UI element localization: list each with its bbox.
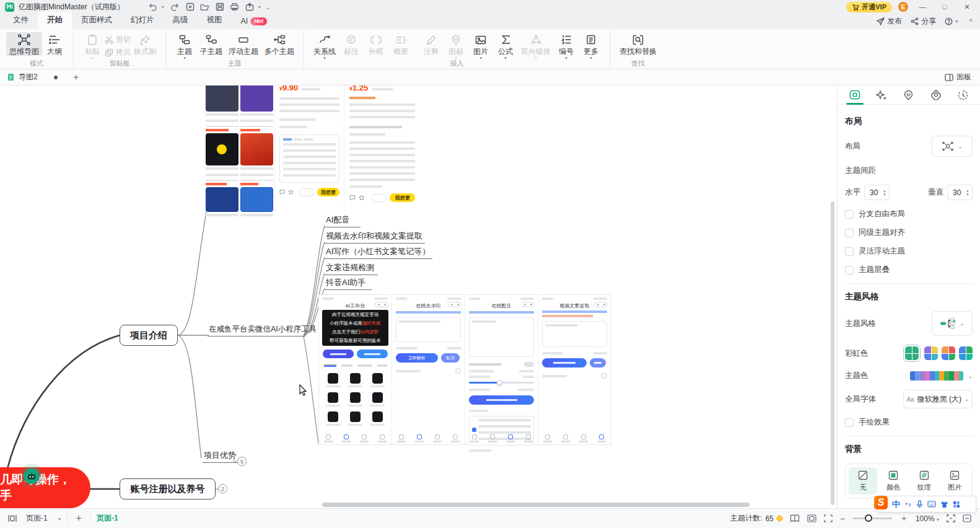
undo-icon[interactable] bbox=[147, 1, 159, 12]
menu-advanced[interactable]: 高级 bbox=[164, 12, 198, 29]
checkbox-topic-overlap[interactable]: 主题层叠 bbox=[845, 265, 973, 275]
subtopic-ai-dubbing[interactable]: AI配音 bbox=[325, 214, 361, 227]
checkbox-align-siblings[interactable]: 同级主题对齐 bbox=[845, 227, 973, 238]
menu-file[interactable]: 文件 bbox=[4, 12, 38, 29]
subtopic-douyin-ai[interactable]: 抖音AI助手 bbox=[325, 277, 372, 290]
help-button[interactable]: ▾ bbox=[945, 17, 960, 25]
multiple-topics-button[interactable]: 多个主题 bbox=[261, 32, 297, 56]
bg-color-option[interactable]: 颜色 bbox=[879, 467, 908, 495]
menu-view[interactable]: 视图 bbox=[198, 12, 232, 29]
save-icon[interactable] bbox=[214, 1, 226, 12]
global-font-dropdown[interactable]: Aa 微软雅黑 (大) ⌄ bbox=[903, 390, 973, 408]
checkbox-flexible-floating[interactable]: 灵活浮动主题 bbox=[845, 246, 973, 257]
zoom-level[interactable]: 100% ▾ bbox=[916, 514, 939, 523]
rainbow-swatch-3[interactable] bbox=[942, 346, 955, 360]
add-page-button[interactable]: ＋ bbox=[74, 512, 84, 525]
tab-history[interactable] bbox=[952, 86, 973, 105]
topic-project-intro[interactable]: 项目介绍 bbox=[120, 325, 178, 346]
ime-mic-icon[interactable] bbox=[916, 500, 923, 508]
close-button[interactable]: ✕ bbox=[959, 1, 975, 12]
bg-texture-option[interactable]: 纹理 bbox=[910, 467, 938, 495]
undo-caret-icon[interactable]: ▾ bbox=[162, 4, 167, 10]
publish-button[interactable]: 发布 bbox=[877, 16, 902, 27]
rainbow-swatch-4[interactable] bbox=[959, 346, 973, 360]
vertical-spacing-stepper[interactable]: 30 ▲▼ bbox=[947, 185, 973, 200]
vertical-scrollbar[interactable] bbox=[831, 201, 834, 505]
mindmap-canvas[interactable]: ¥9.90 我想要 ¥1 bbox=[0, 86, 838, 508]
horizontal-scrollbar[interactable] bbox=[322, 503, 750, 507]
subtopic-watermark[interactable]: 视频去水印和视频文案提取 bbox=[325, 231, 425, 244]
horizontal-spacing-stepper[interactable]: 30 ▲▼ bbox=[864, 185, 890, 200]
floating-topic-button[interactable]: 浮动主题 bbox=[225, 32, 261, 56]
tab-ai-beautify[interactable] bbox=[871, 86, 892, 105]
sogou-logo-icon[interactable]: S bbox=[874, 496, 888, 509]
zoom-slider-knob[interactable] bbox=[865, 514, 872, 522]
tab-marks[interactable] bbox=[898, 86, 919, 105]
central-topic[interactable]: 几即可操作， 手 bbox=[0, 467, 90, 508]
theme-style-dropdown[interactable]: ⌄ bbox=[932, 311, 973, 336]
mindmap-mode-button[interactable]: 思维导图 bbox=[6, 32, 42, 56]
print-icon[interactable] bbox=[229, 1, 241, 12]
maximize-button[interactable]: □ bbox=[937, 1, 953, 12]
ime-language-toggle[interactable]: 中 bbox=[892, 499, 900, 510]
topic-platform[interactable]: 在咸鱼平台卖微信AI小程序工具 bbox=[208, 324, 305, 337]
ai-assistant-button[interactable] bbox=[24, 468, 40, 484]
page-selector[interactable]: 页面-1 ▾ bbox=[26, 513, 61, 524]
subtopic-button[interactable]: 子主题 bbox=[197, 32, 225, 56]
zoom-out-button[interactable]: − bbox=[840, 514, 845, 524]
menu-slides[interactable]: 幻灯片 bbox=[121, 12, 164, 29]
topic-account[interactable]: 账号注册以及养号 bbox=[120, 478, 216, 499]
redo-icon[interactable] bbox=[169, 1, 182, 12]
numbering-button[interactable]: 编号 ▾ bbox=[554, 32, 579, 60]
pages-overview-icon[interactable] bbox=[790, 514, 800, 522]
page-panel-icon[interactable] bbox=[7, 514, 17, 522]
menu-ai[interactable]: AI Hot bbox=[232, 14, 277, 29]
page-tab-active[interactable]: 页面-1 bbox=[97, 513, 118, 524]
menu-page-style[interactable]: 页面样式 bbox=[72, 12, 121, 29]
bg-image-option[interactable]: 图片 bbox=[940, 467, 969, 495]
checkbox-hand-drawn[interactable]: 手绘效果 bbox=[845, 417, 973, 428]
outline-mode-button[interactable]: 大纲 bbox=[42, 32, 67, 56]
subtopic-compliance[interactable]: 文案违规检测 bbox=[325, 262, 378, 275]
panel-toggle-button[interactable]: 面板 bbox=[945, 72, 980, 82]
checkbox-free-layout[interactable]: 分支自由布局 bbox=[845, 209, 973, 219]
rainbow-swatch-2[interactable] bbox=[924, 346, 938, 360]
bg-none-option[interactable]: 无 bbox=[849, 467, 877, 495]
menu-home[interactable]: 开始 bbox=[38, 12, 72, 29]
share-button[interactable]: 分享 bbox=[911, 16, 936, 27]
topic-advantage[interactable]: 项目优势 bbox=[203, 450, 237, 463]
zoom-slider[interactable] bbox=[852, 517, 892, 519]
zoom-in-button[interactable]: ＋ bbox=[899, 513, 908, 524]
layout-dropdown[interactable]: ⌄ bbox=[932, 136, 973, 157]
fullscreen-icon[interactable] bbox=[947, 514, 955, 522]
customize-toolbar-icon[interactable]: ⌄ bbox=[266, 4, 271, 11]
collapse-ribbon-icon[interactable]: ^ bbox=[969, 17, 973, 26]
relationship-button[interactable]: 关系线 ▾ bbox=[310, 32, 339, 60]
new-document-icon[interactable] bbox=[184, 1, 196, 12]
picture-button[interactable]: 图片 ▾ bbox=[468, 32, 493, 60]
ime-keyboard-icon[interactable] bbox=[927, 501, 936, 508]
more-insert-button[interactable]: 更多 ▾ bbox=[579, 32, 603, 60]
ime-punctuation-icon[interactable] bbox=[904, 501, 912, 508]
ime-toolbox-icon[interactable] bbox=[953, 501, 960, 508]
user-avatar[interactable]: E bbox=[898, 2, 908, 12]
export-caret-icon[interactable]: ▾ bbox=[258, 4, 263, 10]
collapse-statusbar-icon[interactable] bbox=[963, 514, 971, 522]
fit-screen-icon[interactable] bbox=[824, 514, 833, 522]
vip-button[interactable]: 开通VIP bbox=[846, 2, 892, 12]
find-replace-button[interactable]: 查找和替换 bbox=[616, 32, 660, 56]
add-document-tab-button[interactable]: ＋ bbox=[71, 71, 81, 83]
rainbow-swatch-1-selected[interactable] bbox=[903, 345, 921, 362]
open-file-icon[interactable] bbox=[199, 1, 211, 12]
theme-color-dropdown[interactable]: ⌄ bbox=[910, 371, 973, 381]
export-icon[interactable] bbox=[243, 1, 256, 12]
topic-button[interactable]: 主题 ▾ bbox=[172, 32, 197, 60]
fit-page-icon[interactable] bbox=[807, 514, 816, 522]
formula-button[interactable]: 公式 ▾ bbox=[493, 32, 518, 60]
minimize-button[interactable]: — bbox=[914, 1, 930, 12]
tab-theme-library[interactable] bbox=[925, 86, 947, 105]
document-tab[interactable]: 导图2 bbox=[0, 69, 45, 85]
ime-skin-icon[interactable] bbox=[940, 501, 948, 508]
subtopic-ai-writing[interactable]: AI写作（小红书文案笔记等） bbox=[325, 246, 432, 259]
tab-layout[interactable] bbox=[844, 86, 865, 105]
